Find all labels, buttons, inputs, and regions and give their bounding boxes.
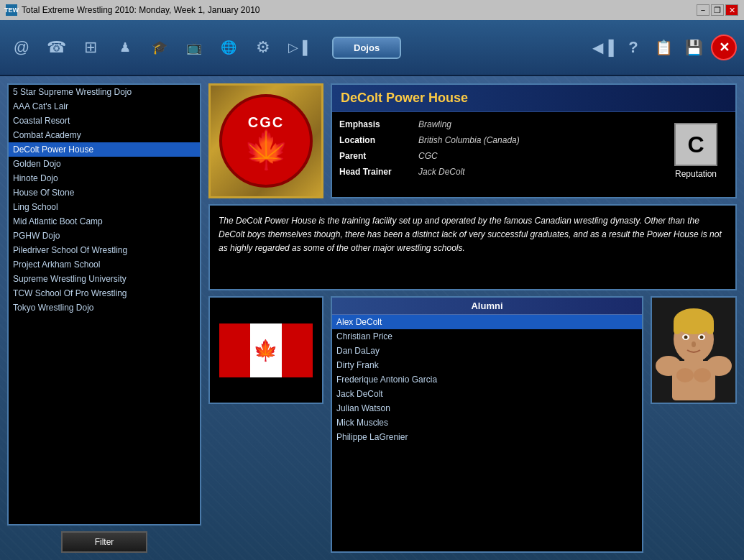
app-icon: TEW xyxy=(6,4,17,16)
title-text: Total Extreme Wrestling 2010: Monday, We… xyxy=(22,5,260,15)
help-button[interactable]: ? xyxy=(620,35,646,60)
description-panel: The DeColt Power House is the training f… xyxy=(208,204,737,290)
alumni-title: Alumni xyxy=(471,300,502,311)
back-button[interactable]: ◀▐ xyxy=(590,35,616,60)
list-item[interactable]: Coastal Resort xyxy=(9,114,200,128)
education-icon[interactable]: 🎓 xyxy=(145,29,174,66)
head-trainer-label: Head Trainer xyxy=(339,167,418,177)
portrait-box xyxy=(651,296,737,404)
location-row: Location British Columbia (Canada) xyxy=(339,135,663,145)
emphasis-value: Brawling xyxy=(418,119,451,129)
grid-icon[interactable]: ⊞ xyxy=(76,29,105,66)
title-bar-left: TEW Total Extreme Wrestling 2010: Monday… xyxy=(6,4,260,16)
alumni-item[interactable]: Julian Watson xyxy=(332,401,642,416)
main-content: 5 Star Supreme Wrestling DojoAAA Cat's L… xyxy=(0,76,744,560)
dojo-name: DeColt Power House xyxy=(341,91,468,105)
minimize-button[interactable]: − xyxy=(697,4,709,16)
globe-icon[interactable]: 🌐 xyxy=(214,29,243,66)
list-item[interactable]: Mid Atlantic Boot Camp xyxy=(9,214,200,229)
alumni-item[interactable]: Mick Muscles xyxy=(332,416,642,430)
alumni-list: Alex DeColtChristian PriceDan DaLayDirty… xyxy=(332,315,642,551)
bottom-area: 🍁 Alumni Alex DeColtChristian PriceDan D… xyxy=(208,296,737,553)
alumni-item[interactable]: Dan DaLay xyxy=(332,344,642,358)
left-panel: 5 Star Supreme Wrestling DojoAAA Cat's L… xyxy=(7,83,201,553)
save-button[interactable]: 💾 xyxy=(681,35,707,60)
tv-icon[interactable]: 📺 xyxy=(180,29,208,66)
head-trainer-row: Head Trainer Jack DeColt xyxy=(339,167,663,177)
alumni-list-container[interactable]: Alex DeColtChristian PriceDan DaLayDirty… xyxy=(332,315,642,551)
arrow-icon[interactable]: ▷▐ xyxy=(283,29,312,66)
alumni-item[interactable]: Alex DeColt xyxy=(332,315,642,329)
top-info: CGC 🍁 DeColt Power House Emphasis Brawli… xyxy=(208,83,737,198)
wrestler-portrait-image xyxy=(654,300,733,400)
list-item[interactable]: Hinote Dojo xyxy=(9,171,200,185)
right-panel: CGC 🍁 DeColt Power House Emphasis Brawli… xyxy=(208,83,737,553)
svg-point-15 xyxy=(694,368,711,382)
export-button[interactable]: 📋 xyxy=(651,35,676,60)
svg-rect-5 xyxy=(674,320,681,334)
flag-left xyxy=(219,323,250,377)
title-bar: TEW Total Extreme Wrestling 2010: Monday… xyxy=(0,0,744,20)
alumni-header: Alumni xyxy=(332,298,642,315)
list-item[interactable]: Golden Dojo xyxy=(9,157,200,171)
list-item[interactable]: 5 Star Supreme Wrestling Dojo xyxy=(9,85,200,99)
list-item[interactable]: Supreme Wrestling University xyxy=(9,272,200,286)
list-item[interactable]: DeColt Power House xyxy=(9,142,200,157)
list-item[interactable]: Project Arkham School xyxy=(9,257,200,272)
toolbar-right: ◀▐ ? 📋 💾 ✕ xyxy=(590,35,737,60)
toolbar: @ ☎ ⊞ ♟ 🎓 📺 🌐 ⚙ ▷▐ Dojos ◀▐ ? 📋 💾 ✕ xyxy=(0,20,744,76)
parent-label: Parent xyxy=(339,151,418,161)
person-icon[interactable]: ♟ xyxy=(111,29,139,66)
alumni-item[interactable]: Philippe LaGrenier xyxy=(332,430,642,444)
dojo-info-panel: DeColt Power House Emphasis Brawling Loc… xyxy=(331,83,737,198)
emphasis-row: Emphasis Brawling xyxy=(339,119,663,129)
phone-icon[interactable]: ☎ xyxy=(42,29,70,66)
list-item[interactable]: Piledriver School Of Wrestling xyxy=(9,243,200,257)
list-item[interactable]: PGHW Dojo xyxy=(9,229,200,243)
flag-center: 🍁 xyxy=(250,323,282,377)
list-item[interactable]: TCW School Of Pro Wrestling xyxy=(9,286,200,300)
svg-point-10 xyxy=(700,336,704,339)
flag-box: 🍁 xyxy=(208,296,323,404)
alumni-item[interactable]: Jack DeColt xyxy=(332,387,642,401)
canadian-flag: 🍁 xyxy=(219,323,313,377)
filter-button[interactable]: Filter xyxy=(61,531,147,553)
parent-value: CGC xyxy=(418,151,438,161)
svg-rect-6 xyxy=(707,320,714,334)
head-trainer-value: Jack DeColt xyxy=(418,167,465,177)
alumni-item[interactable]: Dirty Frank xyxy=(332,358,642,372)
window-close-button[interactable]: ✕ xyxy=(725,4,738,16)
parent-row: Parent CGC xyxy=(339,151,663,161)
emphasis-label: Emphasis xyxy=(339,119,418,129)
list-item[interactable]: Tokyo Wrestling Dojo xyxy=(9,300,200,315)
title-bar-buttons: − ❐ ✕ xyxy=(697,4,738,16)
dojo-list: 5 Star Supreme Wrestling DojoAAA Cat's L… xyxy=(7,83,201,525)
alumni-panel: Alumni Alex DeColtChristian PriceDan DaL… xyxy=(331,296,643,553)
restore-button[interactable]: ❐ xyxy=(711,4,724,16)
svg-point-9 xyxy=(684,336,688,339)
alumni-item[interactable]: Christian Price xyxy=(332,329,642,344)
svg-point-11 xyxy=(692,341,696,347)
dojo-name-bar: DeColt Power House xyxy=(332,85,735,112)
close-toolbar-button[interactable]: ✕ xyxy=(711,35,737,60)
location-value: British Columbia (Canada) xyxy=(418,135,520,145)
list-item[interactable]: Combat Academy xyxy=(9,128,200,142)
dojo-logo-inner: CGC 🍁 xyxy=(219,94,313,188)
reputation-label: Reputation xyxy=(675,169,717,179)
list-item[interactable]: House Of Stone xyxy=(9,185,200,200)
description-text: The DeColt Power House is the training f… xyxy=(219,214,727,256)
flag-maple-icon: 🍁 xyxy=(253,339,278,362)
list-item[interactable]: AAA Cat's Lair xyxy=(9,99,200,114)
flag-right xyxy=(282,323,313,377)
dojos-button[interactable]: Dojos xyxy=(332,37,401,59)
svg-point-14 xyxy=(676,368,694,382)
dojo-logo: CGC 🍁 xyxy=(208,83,323,198)
dojo-stats: Emphasis Brawling Location British Colum… xyxy=(339,119,663,183)
email-icon[interactable]: @ xyxy=(7,29,36,66)
alumni-item[interactable]: Frederique Antonio Garcia xyxy=(332,372,642,387)
settings-icon[interactable]: ⚙ xyxy=(249,29,277,66)
list-item[interactable]: Ling School xyxy=(9,200,200,214)
maple-leaf-icon: 🍁 xyxy=(243,131,290,168)
reputation-letter: C xyxy=(674,123,717,166)
location-label: Location xyxy=(339,135,418,145)
